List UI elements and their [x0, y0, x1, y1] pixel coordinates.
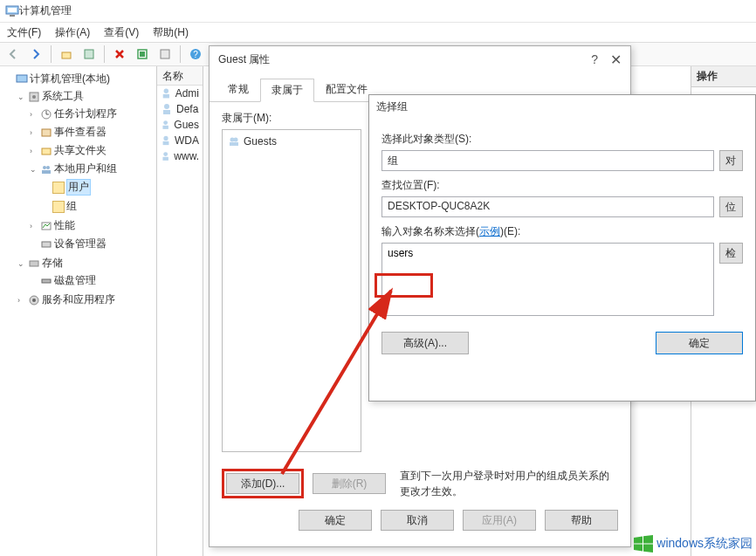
svg-rect-14: [42, 129, 51, 136]
list-pane: 名称 Admi Defa Gues WDA www.: [157, 66, 203, 556]
list-item[interactable]: Gues: [157, 117, 203, 133]
dialog-help-icon[interactable]: ?: [591, 52, 598, 66]
list-header-name[interactable]: 名称: [157, 66, 203, 86]
svg-rect-20: [42, 242, 51, 247]
svg-rect-34: [162, 157, 168, 161]
refresh-button[interactable]: [133, 45, 152, 64]
list-item[interactable]: www.: [157, 148, 203, 164]
svg-text:?: ?: [193, 50, 198, 59]
svg-point-25: [164, 89, 168, 93]
tree-services[interactable]: ›服务和应用程序: [16, 292, 153, 308]
help-button[interactable]: 帮助: [545, 510, 618, 531]
svg-rect-2: [10, 15, 15, 17]
svg-point-33: [163, 152, 168, 156]
names-label: 输入对象名称来选择(示例)(E):: [381, 224, 743, 239]
location-input: DESKTOP-QUC8A2K: [381, 196, 714, 217]
tree-storage[interactable]: ⌄存储: [16, 255, 153, 271]
delete-button[interactable]: [110, 45, 129, 64]
menu-help[interactable]: 帮助(H): [153, 25, 189, 40]
tree-view[interactable]: 计算机管理(本地) ⌄系统工具 ›任务计划程序 ›事件查看器 ›共享文件夹 ⌄本…: [0, 66, 157, 556]
svg-rect-4: [85, 50, 93, 58]
menu-view[interactable]: 查看(V): [104, 25, 139, 40]
tree-root[interactable]: 计算机管理(本地): [3, 71, 153, 87]
actions-header: 操作: [691, 66, 756, 87]
object-types-button[interactable]: 对: [719, 150, 743, 171]
select-dialog-title: 选择组: [376, 100, 408, 114]
tree-groups[interactable]: 组: [40, 198, 153, 215]
svg-rect-1: [8, 8, 17, 12]
svg-rect-37: [230, 142, 238, 146]
svg-rect-15: [42, 148, 51, 154]
select-groups-dialog: 选择组 选择此对象类型(S): 组 对 查找位置(F): DESKTOP-QUC…: [368, 94, 756, 402]
list-item[interactable]: Defa: [157, 101, 203, 117]
windows-logo-icon: [634, 535, 653, 553]
member-item[interactable]: Guests: [226, 134, 357, 149]
ok-button[interactable]: 确定: [299, 510, 372, 531]
svg-point-16: [43, 166, 46, 169]
svg-rect-28: [163, 110, 170, 114]
tree-shared[interactable]: ›共享文件夹: [28, 142, 153, 159]
svg-rect-6: [140, 51, 145, 57]
tree-users[interactable]: 用户: [40, 178, 153, 196]
examples-link[interactable]: 示例: [479, 225, 500, 237]
location-label: 查找位置(F):: [381, 178, 743, 193]
tree-eventvwr[interactable]: ›事件查看器: [28, 124, 153, 141]
tree-lusrmgr[interactable]: ⌄本地用户和组: [28, 161, 153, 177]
tab-memberof[interactable]: 隶属于: [260, 79, 314, 102]
tree-devmgr[interactable]: 设备管理器: [28, 236, 153, 252]
svg-point-36: [234, 138, 238, 142]
svg-rect-22: [42, 279, 51, 283]
ok-button[interactable]: 确定: [656, 332, 743, 354]
remove-button: 删除(R): [313, 473, 386, 494]
apply-button: 应用(A): [463, 510, 536, 531]
tree-tasksched[interactable]: ›任务计划程序: [28, 106, 153, 122]
tree-perf[interactable]: ›性能: [28, 217, 153, 234]
svg-rect-18: [42, 170, 51, 174]
svg-rect-26: [163, 94, 169, 99]
menu-action[interactable]: 操作(A): [55, 25, 90, 40]
watermark: windows系统家园: [634, 535, 753, 553]
main-titlebar: 计算机管理: [0, 0, 756, 23]
svg-point-17: [46, 166, 50, 169]
svg-rect-3: [62, 52, 71, 58]
locations-button[interactable]: 位: [719, 196, 743, 217]
svg-point-29: [163, 120, 168, 125]
svg-rect-32: [163, 141, 169, 145]
close-icon[interactable]: ✕: [610, 51, 622, 68]
computer-icon: [5, 4, 19, 18]
add-button[interactable]: 添加(D)...: [226, 473, 299, 494]
menu-file[interactable]: 文件(F): [7, 25, 41, 40]
check-names-button[interactable]: 检: [719, 243, 743, 264]
group-icon: [228, 135, 240, 148]
object-type-input: 组: [381, 150, 714, 171]
note-text: 直到下一次用户登录时对用户的组成员关系的更改才生效。: [400, 468, 618, 499]
properties-button[interactable]: [79, 45, 99, 64]
tab-general[interactable]: 常规: [216, 78, 260, 101]
object-names-input[interactable]: [381, 243, 714, 316]
forward-button[interactable]: [26, 45, 45, 64]
svg-point-31: [163, 136, 168, 141]
memberof-list[interactable]: Guests: [222, 129, 361, 452]
svg-point-12: [32, 95, 36, 99]
menubar: 文件(F) 操作(A) 查看(V) 帮助(H): [0, 23, 756, 42]
back-button[interactable]: [3, 45, 23, 64]
up-button[interactable]: [57, 45, 76, 64]
advanced-button[interactable]: 高级(A)...: [381, 332, 469, 354]
object-type-label: 选择此对象类型(S):: [381, 132, 743, 147]
svg-point-24: [32, 299, 36, 302]
export-button[interactable]: [155, 45, 175, 64]
cancel-button[interactable]: 取消: [381, 510, 454, 531]
guest-dialog-title: Guest 属性: [218, 52, 270, 67]
svg-rect-21: [30, 261, 38, 266]
tree-diskmgr[interactable]: 磁盘管理: [28, 272, 153, 289]
svg-point-27: [164, 104, 169, 109]
help-button[interactable]: ?: [186, 45, 205, 64]
list-item[interactable]: WDA: [157, 133, 203, 148]
list-item[interactable]: Admi: [157, 86, 203, 101]
main-title: 计算机管理: [19, 3, 72, 18]
svg-rect-30: [162, 126, 168, 129]
tree-systools[interactable]: ⌄系统工具: [16, 88, 153, 105]
svg-rect-10: [17, 75, 27, 82]
svg-rect-7: [161, 50, 169, 58]
